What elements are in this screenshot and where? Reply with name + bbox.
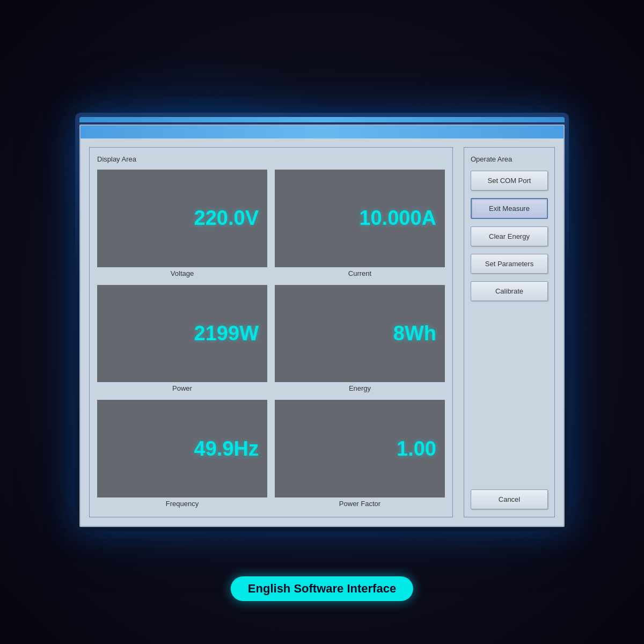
power-factor-value: 1.00 bbox=[397, 437, 436, 460]
window-content: Display Area 220.0V Voltage 10.000A bbox=[80, 138, 564, 526]
set-parameters-button[interactable]: Set Parameters bbox=[471, 254, 548, 274]
display-area-label: Display Area bbox=[97, 155, 445, 163]
footer-label: English Software Interface bbox=[231, 576, 413, 601]
metrics-grid: 220.0V Voltage 10.000A Current bbox=[97, 170, 445, 508]
current-display: 10.000A bbox=[275, 170, 445, 267]
power-factor-cell: 1.00 Power Factor bbox=[275, 400, 445, 508]
energy-display: 8Wh bbox=[275, 285, 445, 383]
energy-value: 8Wh bbox=[393, 322, 436, 345]
clear-energy-button[interactable]: Clear Energy bbox=[471, 226, 548, 246]
power-display: 2199W bbox=[97, 285, 267, 383]
spacer bbox=[471, 309, 548, 482]
frequency-display: 49.9Hz bbox=[97, 400, 267, 497]
voltage-label: Voltage bbox=[171, 269, 194, 277]
energy-label: Energy bbox=[349, 384, 371, 392]
power-label: Power bbox=[172, 384, 192, 392]
display-area: Display Area 220.0V Voltage 10.000A bbox=[89, 147, 453, 517]
title-bar bbox=[79, 117, 565, 122]
current-cell: 10.000A Current bbox=[275, 170, 445, 277]
footer-label-container: English Software Interface bbox=[231, 576, 413, 601]
power-factor-display: 1.00 bbox=[275, 400, 445, 497]
voltage-cell: 220.0V Voltage bbox=[97, 170, 267, 277]
set-com-port-button[interactable]: Set COM Port bbox=[471, 171, 548, 191]
power-cell: 2199W Power bbox=[97, 285, 267, 393]
frequency-cell: 49.9Hz Frequency bbox=[97, 400, 267, 508]
calibrate-button[interactable]: Calibrate bbox=[471, 281, 548, 301]
cancel-button[interactable]: Cancel bbox=[471, 489, 548, 509]
power-factor-label: Power Factor bbox=[339, 500, 380, 508]
power-value: 2199W bbox=[194, 322, 259, 345]
voltage-display: 220.0V bbox=[97, 170, 267, 267]
operate-area: Operate Area Set COM Port Exit Measure C… bbox=[464, 147, 555, 517]
frequency-label: Frequency bbox=[166, 500, 199, 508]
energy-cell: 8Wh Energy bbox=[275, 285, 445, 393]
operate-buttons: Set COM Port Exit Measure Clear Energy S… bbox=[471, 171, 548, 509]
current-label: Current bbox=[348, 269, 371, 277]
main-window: Display Area 220.0V Voltage 10.000A bbox=[79, 125, 565, 527]
operate-area-label: Operate Area bbox=[471, 155, 548, 163]
voltage-value: 220.0V bbox=[194, 207, 259, 230]
window-titlebar bbox=[80, 126, 564, 138]
outer-frame: Display Area 220.0V Voltage 10.000A bbox=[75, 113, 569, 531]
current-value: 10.000A bbox=[359, 207, 436, 230]
exit-measure-button[interactable]: Exit Measure bbox=[471, 198, 548, 219]
frequency-value: 49.9Hz bbox=[194, 437, 259, 460]
